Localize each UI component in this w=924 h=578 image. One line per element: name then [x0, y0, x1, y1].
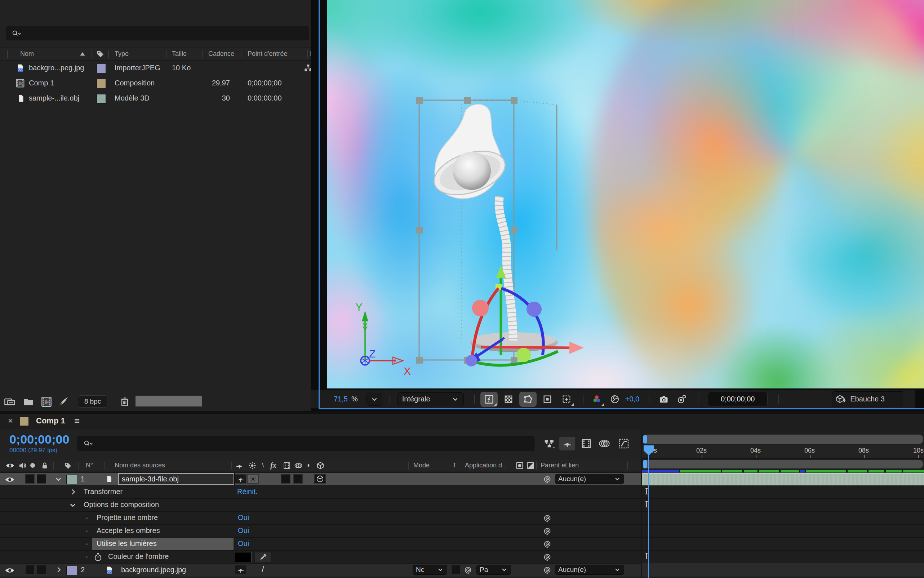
motion-blur-master-icon[interactable] [598, 437, 611, 450]
renderer-button[interactable]: Ebauche 3 [832, 391, 903, 407]
collapse-toggle[interactable] [247, 474, 259, 484]
panel-divider[interactable] [0, 411, 924, 414]
transform-group-row[interactable]: Transformer Réinit. [0, 485, 641, 498]
blend-mode-dropdown[interactable]: Nc [412, 565, 447, 575]
project-search[interactable] [6, 26, 309, 41]
label-color-column-icon[interactable] [96, 50, 104, 58]
zoom-menu-button[interactable] [367, 393, 382, 406]
solo-toggle[interactable] [37, 565, 46, 575]
eye-icon[interactable] [4, 476, 15, 484]
work-area-start-handle[interactable] [643, 460, 647, 468]
composition-canvas[interactable]: Y Z X [327, 0, 924, 388]
stopwatch-icon[interactable] [93, 552, 103, 562]
chevron-down-icon[interactable] [68, 501, 77, 510]
region-of-interest-button[interactable] [519, 392, 537, 407]
project-row-background-jpg[interactable]: backgro...peg.jpg ImporterJPEG 10 Ko [0, 60, 311, 76]
accepts-shadows-row[interactable]: Accepte les ombres Oui [0, 524, 641, 537]
shadow-color-row[interactable]: Couleur de l'ombre [0, 550, 641, 563]
parent-pickwhip-icon[interactable] [543, 565, 552, 575]
close-icon[interactable]: × [8, 416, 13, 426]
chevron-down-icon[interactable] [54, 475, 63, 484]
channel-menu-button[interactable] [588, 392, 605, 407]
fast-previews-button[interactable] [481, 392, 498, 407]
tab-comp1-label[interactable]: Comp 1 [36, 416, 65, 425]
audio-toggle[interactable] [25, 474, 34, 484]
timeline-search[interactable] [78, 436, 534, 451]
safe-margins-button[interactable] [539, 392, 555, 407]
chevron-right-icon[interactable] [55, 566, 63, 574]
composition-mini-flowchart-icon[interactable] [542, 438, 557, 450]
track-matte-dropdown[interactable]: Pa [476, 565, 511, 575]
work-area-bar[interactable] [644, 460, 923, 468]
label-color-swatch[interactable] [97, 79, 106, 88]
shy-toggle-button[interactable] [559, 437, 575, 450]
property-tracks[interactable]: I I I [642, 485, 924, 576]
bit-depth-button[interactable]: 8 bpc [78, 395, 107, 408]
pickwhip-icon[interactable] [543, 513, 552, 523]
frame-blend-toggle[interactable] [281, 474, 291, 484]
exposure-reset-button[interactable] [607, 392, 622, 407]
project-row-obj[interactable]: sample-...ile.obj Modèle 3D 30 0:00:00:0… [0, 91, 311, 106]
uses-lights-value[interactable]: Oui [238, 539, 249, 548]
project-row-comp1[interactable]: Comp 1 Composition 29,97 0;00;00;00 [0, 76, 311, 91]
accepts-shadows-value[interactable]: Oui [238, 526, 249, 535]
show-snapshot-button[interactable] [674, 392, 690, 407]
geometry-options-row[interactable]: Options de composition [0, 498, 641, 511]
new-composition-icon[interactable] [41, 396, 53, 408]
trash-icon[interactable] [119, 396, 130, 408]
layer1-track[interactable] [642, 472, 924, 485]
time-ruler[interactable]: 00s 02s 04s 06s 08s 10s [642, 445, 924, 459]
preserve-transparency-toggle[interactable] [451, 565, 461, 575]
timeline-column-header[interactable]: N° Nom des sources \ fx ◑ Mode T Applica… [0, 460, 641, 471]
matte-pickwhip-icon[interactable] [463, 565, 473, 575]
quality-toggle[interactable]: / [261, 564, 264, 575]
label-color-swatch[interactable] [97, 64, 106, 73]
take-snapshot-button[interactable] [656, 392, 672, 407]
graph-editor-icon[interactable] [618, 437, 630, 450]
layer-row-1[interactable]: 1 sample-3d-file.obj Aucun(e) [0, 472, 641, 485]
motion-blur-toggle[interactable] [293, 474, 303, 484]
sort-ascending-icon[interactable] [79, 50, 86, 58]
3d-layer-toggle[interactable] [314, 474, 326, 484]
parent-dropdown[interactable]: Aucun(e) [555, 565, 624, 575]
current-timecode[interactable]: 0;00;00;00 [10, 432, 69, 446]
pickwhip-icon[interactable] [543, 552, 552, 562]
chevron-right-icon[interactable] [69, 488, 77, 496]
playhead-line[interactable] [648, 455, 649, 578]
project-column-header[interactable]: Nom Type Taille Cadence Point d'entrée P [0, 47, 311, 60]
resolution-region-button[interactable] [558, 392, 575, 407]
pickwhip-icon[interactable] [543, 526, 552, 536]
exposure-value[interactable]: +0,0 [625, 395, 639, 403]
shy-toggle[interactable] [235, 565, 247, 575]
parent-pickwhip-icon[interactable] [543, 474, 552, 484]
zoom-level[interactable]: 71,5 [334, 395, 348, 403]
solo-toggle[interactable] [37, 474, 46, 484]
interpret-footage-icon[interactable] [3, 396, 16, 408]
label-color-swatch[interactable] [97, 94, 106, 104]
layer2-track[interactable] [642, 563, 924, 576]
layer-color-swatch[interactable] [66, 475, 77, 484]
pickwhip-icon[interactable] [543, 539, 552, 549]
panel-menu-icon[interactable]: ≡ [74, 416, 80, 427]
casts-shadows-value[interactable]: Oui [238, 513, 249, 522]
casts-shadows-row[interactable]: Projette une ombre Oui [0, 511, 641, 524]
parent-dropdown[interactable]: Aucun(e) [555, 474, 624, 484]
uses-lights-row[interactable]: Utilise les lumières Oui [0, 537, 641, 550]
new-folder-icon[interactable] [22, 396, 34, 408]
project-scroll-thumb[interactable] [135, 396, 202, 406]
resolution-menu[interactable]: Intégrale [398, 393, 464, 406]
layer-color-swatch[interactable] [66, 566, 77, 575]
frame-blending-master-icon[interactable] [580, 437, 593, 450]
3d-lamp-model[interactable]: Y Z X [327, 0, 924, 388]
timeline-search-input[interactable] [94, 439, 492, 448]
project-search-input[interactable] [25, 29, 293, 37]
layer1-duration-bar[interactable] [642, 473, 924, 486]
navigator-start-handle[interactable] [643, 435, 647, 443]
quill-icon[interactable] [58, 396, 69, 408]
time-navigator-bar[interactable] [644, 435, 923, 444]
layer-row-2[interactable]: 2 background.jpeg.jpg / Nc Pa A [0, 563, 641, 576]
audio-toggle[interactable] [25, 565, 34, 575]
viewer-timecode[interactable]: 0;00;00;00 [708, 392, 768, 407]
layer-name-editor[interactable]: sample-3d-file.obj [118, 473, 234, 485]
transparency-grid-button[interactable] [500, 392, 516, 407]
